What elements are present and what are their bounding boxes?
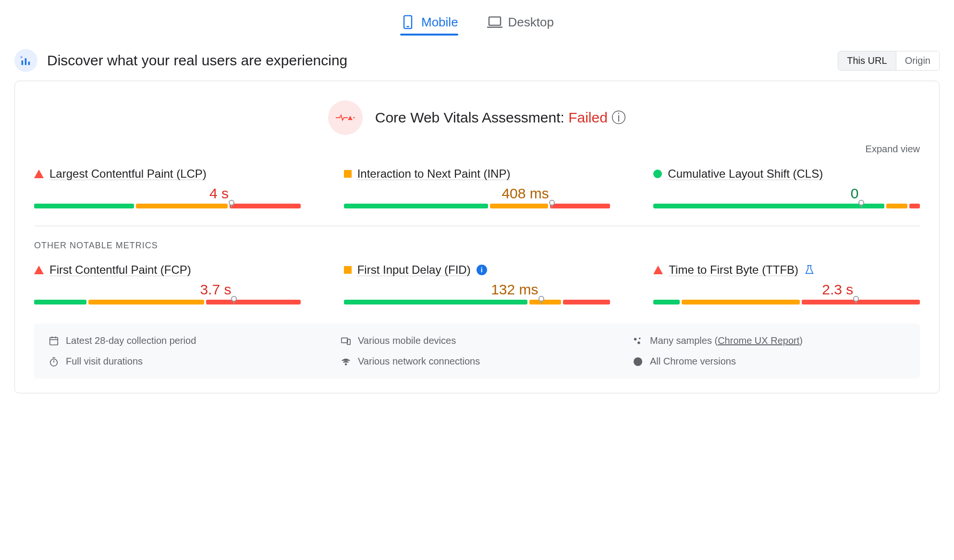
dots-icon (633, 336, 643, 346)
svg-rect-5 (25, 58, 27, 65)
metric-cls: Cumulative Layout Shift (CLS) 0 (653, 167, 920, 208)
tab-desktop[interactable]: Desktop (487, 14, 554, 35)
footer-durations: Full visit durations (49, 356, 321, 367)
metric-inp-title[interactable]: Interaction to Next Paint (INP) (357, 167, 511, 181)
metric-lcp: Largest Contentful Paint (LCP) 4 s (34, 167, 301, 208)
wifi-icon (341, 356, 351, 367)
metric-lcp-title[interactable]: Largest Contentful Paint (LCP) (49, 167, 207, 181)
metric-fcp-title[interactable]: First Contentful Paint (FCP) (49, 263, 191, 277)
core-metrics-row: Largest Contentful Paint (LCP) 4 s Inter… (34, 167, 920, 208)
help-icon[interactable]: ⓘ (612, 110, 626, 125)
metric-inp-value: 408 ms (501, 185, 549, 202)
metric-fid-title[interactable]: First Input Delay (FID) (357, 263, 471, 277)
distribution-pin (229, 200, 234, 206)
metric-cls-bar (653, 204, 920, 208)
status-good-icon (653, 170, 662, 178)
footer-network: Various network connections (341, 356, 613, 367)
collection-footer: Latest 28-day collection period Various … (34, 324, 920, 378)
svg-point-22 (345, 364, 347, 365)
metric-lcp-value: 4 s (209, 185, 229, 202)
assessment-status: Failed (568, 110, 608, 125)
device-tabs: Mobile Desktop (14, 14, 940, 35)
svg-rect-10 (50, 337, 58, 345)
svg-rect-6 (28, 61, 30, 65)
footer-period: Latest 28-day collection period (49, 335, 321, 346)
metric-ttfb: Time to First Byte (TTFB) 2.3 s (653, 263, 920, 304)
chrome-icon (633, 356, 643, 367)
scope-toggle: This URL Origin (838, 51, 940, 71)
tab-mobile-label: Mobile (421, 15, 458, 30)
svg-point-16 (634, 338, 637, 341)
metric-fid: First Input Delay (FID) i 132 ms (344, 263, 611, 304)
distribution-pin (538, 296, 544, 302)
status-warn-icon (344, 170, 352, 178)
field-data-panel: Core Web Vitals Assessment: Failed ⓘ Exp… (14, 81, 940, 393)
desktop-icon (487, 14, 502, 30)
metric-ttfb-bar (653, 300, 920, 304)
svg-point-7 (20, 56, 23, 59)
metric-fid-bar (344, 300, 611, 304)
devices-icon (341, 336, 351, 346)
svg-rect-2 (489, 17, 501, 25)
status-warn-icon (344, 266, 352, 274)
footer-samples: Many samples (Chrome UX Report) (633, 335, 905, 346)
footer-chrome: All Chrome versions (633, 356, 905, 367)
tab-mobile[interactable]: Mobile (400, 14, 458, 35)
metric-ttfb-value: 2.3 s (822, 281, 853, 298)
other-metrics-heading: OTHER NOTABLE METRICS (34, 241, 920, 251)
metric-cls-title[interactable]: Cumulative Layout Shift (CLS) (668, 167, 823, 181)
metric-fcp-value: 3.7 s (200, 281, 231, 298)
tab-desktop-label: Desktop (508, 15, 554, 30)
avatar (14, 49, 37, 72)
expand-view-button[interactable]: Expand view (34, 144, 920, 155)
assessment-text: Core Web Vitals Assessment: Failed ⓘ (375, 108, 626, 128)
scope-origin-button[interactable]: Origin (896, 51, 939, 70)
status-poor-icon (653, 266, 663, 274)
svg-point-17 (639, 337, 641, 339)
status-poor-icon (34, 266, 44, 274)
info-icon[interactable]: i (477, 265, 487, 275)
pulse-icon (328, 100, 363, 135)
metric-fcp: First Contentful Paint (FCP) 3.7 s (34, 263, 301, 304)
section-header: Discover what your real users are experi… (14, 49, 940, 72)
svg-point-18 (637, 341, 640, 344)
metric-inp-bar (344, 204, 611, 208)
divider (34, 226, 920, 226)
users-icon (19, 54, 33, 67)
metric-fcp-bar (34, 300, 301, 304)
svg-rect-14 (342, 338, 348, 342)
stopwatch-icon (49, 356, 59, 367)
calendar-icon (49, 336, 59, 346)
metric-inp: Interaction to Next Paint (INP) 408 ms (344, 167, 611, 208)
metric-ttfb-title[interactable]: Time to First Byte (TTFB) (669, 263, 798, 277)
section-title: Discover what your real users are experi… (47, 52, 828, 69)
svg-point-19 (50, 359, 58, 366)
assessment-row: Core Web Vitals Assessment: Failed ⓘ (34, 100, 920, 135)
other-metrics-row: First Contentful Paint (FCP) 3.7 s First… (34, 263, 920, 304)
scope-this-url-button[interactable]: This URL (838, 51, 896, 70)
metric-lcp-bar (34, 204, 301, 208)
crux-report-link[interactable]: Chrome UX Report (718, 335, 799, 346)
svg-point-8 (353, 117, 355, 119)
flask-icon (804, 265, 815, 275)
metric-fid-value: 132 ms (491, 281, 538, 298)
phone-icon (400, 14, 416, 30)
svg-rect-4 (22, 61, 24, 65)
status-poor-icon (34, 170, 44, 178)
footer-devices: Various mobile devices (341, 335, 613, 346)
distribution-pin (549, 200, 555, 206)
assessment-label: Core Web Vitals Assessment: (375, 110, 564, 125)
metric-cls-value: 0 (851, 185, 859, 202)
